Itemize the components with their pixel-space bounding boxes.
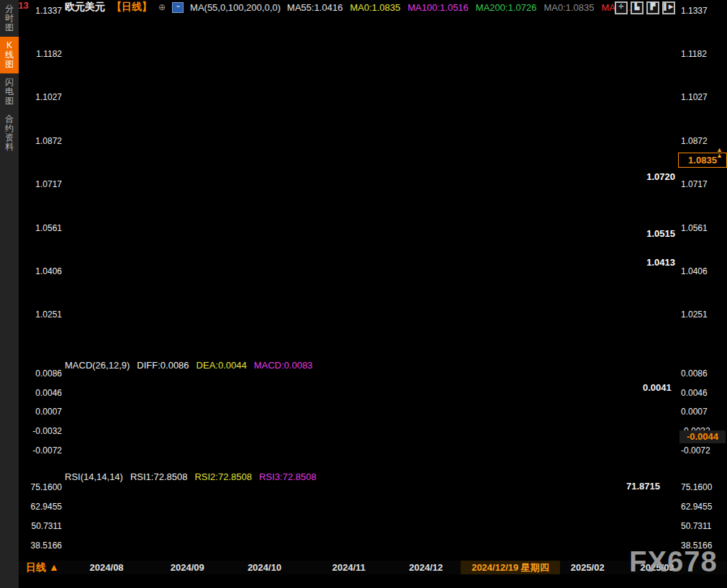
macd-axis-label: 0.0046 (681, 388, 708, 398)
price-axis-label: 1.1337 (681, 6, 708, 16)
rsi-current-label: 71.8715 (626, 481, 660, 492)
price-axis-label: 1.1182 (681, 49, 707, 59)
macdhdr-value-1: DIFF:0.0086 (137, 360, 189, 371)
sidebar-item-1[interactable]: 分时图 (0, 0, 19, 37)
window-icons: ✛▙▛▌▶ (615, 1, 675, 14)
ma-value-3: MA100:1.0516 (407, 2, 469, 13)
sidebar-item-label: 合约资料 (5, 114, 14, 152)
sidebar: 分时图K线图闪电图合约资料 (0, 0, 19, 588)
macd-axis-label: 0.0086 (26, 368, 62, 379)
level-line-label: 1.0720 (623, 171, 675, 182)
period-dropdown[interactable]: 日线 ▲ (26, 561, 59, 574)
date-tick: 2024/08 (90, 562, 124, 573)
crosshair-icon[interactable]: ✛ (615, 1, 628, 14)
macd-axis-label: -0.0032 (26, 426, 62, 436)
macd-axis-label: 0.0007 (681, 407, 708, 417)
sidebar-item-label: 闪电图 (5, 78, 14, 106)
macdhdr-value-3: MACD:0.0083 (254, 360, 313, 371)
price-axis-label: 1.1337 (26, 6, 62, 16)
macdhdr-value-2: DEA:0.0044 (197, 360, 247, 371)
level-line-label: 1.0515 (623, 228, 675, 239)
selected-date-badge: 2024/12/19 星期四 (461, 561, 560, 574)
price-axis-label: 1.0251 (26, 309, 62, 320)
price-axis-label: 1.0561 (26, 223, 62, 233)
period-badge[interactable]: 【日线】 (112, 1, 152, 14)
rsi-axis-label: 75.1600 (681, 482, 712, 492)
sidebar-item-label: K线图 (5, 41, 14, 69)
rsi-axis-label: 50.7311 (681, 521, 712, 531)
pane-dock-icon[interactable]: ▌▶ (662, 1, 675, 14)
price-axis-label: 1.1182 (26, 49, 62, 59)
date-tick: 2024/12 (409, 562, 443, 573)
rsihdr-value-3: RSI3:72.8508 (259, 471, 317, 482)
indicator-toolbar (19, 574, 727, 588)
rsi-axis-label: 75.1600 (26, 482, 62, 492)
date-tick: 2024/10 (248, 562, 281, 573)
chart-canvas[interactable] (0, 0, 727, 588)
price-axis-label: 1.0872 (681, 136, 708, 146)
macdhdr-title: MACD(26,12,9) (65, 360, 130, 371)
rsi-axis-label: 62.9455 (681, 502, 712, 512)
rsi-axis-label: 50.7311 (26, 521, 62, 531)
price-axis-label: 1.0561 (681, 223, 708, 233)
macd-axis-label: -0.0072 (26, 445, 62, 456)
price-axis-label: 1.0872 (26, 136, 62, 146)
price-axis-label: 1.0717 (681, 179, 708, 189)
macd-dea-label: 0.0041 (643, 382, 672, 393)
rsi-axis-label: 62.9455 (26, 502, 62, 512)
macd-axis-label: -0.0072 (681, 445, 710, 456)
rsihdr-value-1: RSI1:72.8508 (130, 471, 188, 482)
sidebar-item-4[interactable]: 合约资料 (0, 110, 19, 156)
symbol-title: 欧元美元 (65, 1, 105, 14)
price-axis-label: 1.0251 (681, 309, 708, 320)
price-axis-label: 1.0717 (26, 179, 62, 189)
sidebar-item-3[interactable]: 闪电图 (0, 73, 19, 110)
ma-value-1: MA55:1.0416 (287, 2, 343, 13)
level-line-label: 1.0413 (623, 257, 675, 268)
price-axis-label: 1.0406 (681, 266, 708, 276)
rsihdr-title: RSI(14,14,14) (65, 471, 123, 482)
ma-value-2: MA0:1.0835 (350, 2, 400, 13)
price-axis-label: 1.1027 (681, 92, 708, 102)
ma-settings-label: MA(55,0,100,200,0,0) (190, 2, 281, 13)
date-tick: 2024/11 (333, 562, 366, 573)
price-axis-label: 1.1027 (26, 92, 62, 102)
link-icon[interactable]: ⊕ (158, 2, 166, 12)
date-tick: 2024/09 (171, 562, 204, 573)
date-tick: 2025/02 (571, 562, 605, 573)
sidebar-item-label: 分时图 (5, 4, 14, 32)
price-arrow-icon[interactable]: ▲▲ (716, 147, 723, 158)
rsihdr-value-2: RSI2:72.8508 (194, 471, 252, 482)
macd-highlight-label: -0.0044 (679, 430, 726, 443)
rsi-header: RSI(14,14,14)RSI1:72.8508RSI2:72.8508RSI… (65, 471, 316, 482)
macd-axis-label: 0.0007 (26, 407, 62, 417)
chart-header: 欧元美元 【日线】 ⊕ ~ MA(55,0,100,200,0,0) MA55:… (65, 1, 631, 13)
macd-axis-label: 0.0086 (681, 368, 708, 379)
x-axis-band: 日线 ▲ 2024/12/19 星期四 2024/082024/092024/1… (19, 561, 727, 574)
ma-values: MA55:1.0416MA0:1.0835MA100:1.0516MA200:1… (287, 2, 631, 13)
watermark: FX678 (629, 546, 718, 578)
pane-add-icon[interactable]: ▙ (631, 1, 644, 14)
ma-chart-icon[interactable]: ~ (172, 2, 184, 13)
macd-header: MACD(26,12,9)DIFF:0.0086DEA:0.0044MACD:0… (65, 360, 312, 371)
ma-value-4: MA200:1.0726 (476, 2, 537, 13)
rsi-axis-label: 38.5166 (26, 540, 62, 551)
macd-axis-label: 0.0046 (26, 388, 62, 398)
sidebar-item-2[interactable]: K线图 (0, 37, 19, 73)
ma-value-5: MA0:1.0835 (543, 2, 594, 13)
charting-app: 分时图K线图闪电图合约资料 欧元美元 【日线】 ⊕ ~ MA(55,0,100,… (0, 0, 727, 588)
pane-layout-icon[interactable]: ▛ (646, 1, 659, 14)
price-axis-label: 1.0406 (26, 266, 62, 276)
